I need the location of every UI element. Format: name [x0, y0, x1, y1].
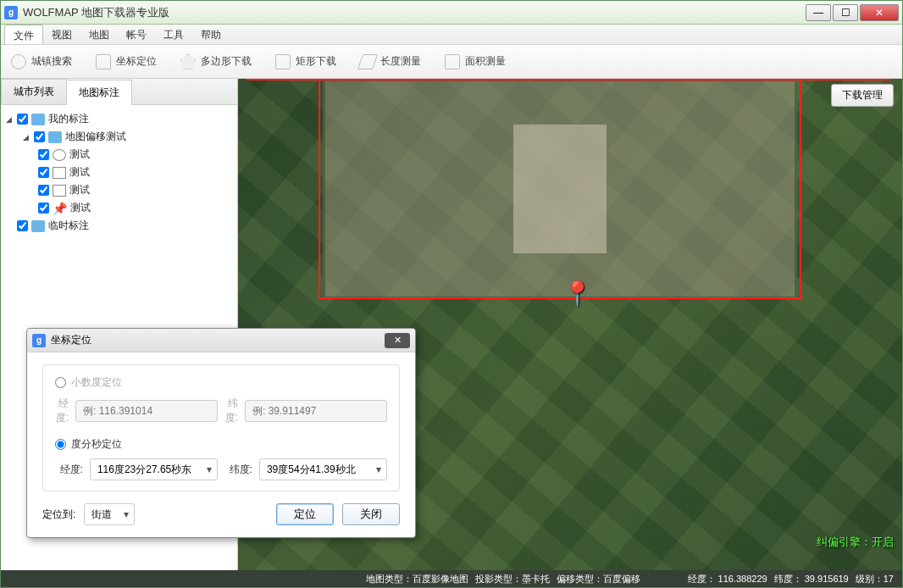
- radio-label: 度分秒定位: [71, 437, 122, 452]
- tool-label: 矩形下载: [296, 54, 336, 69]
- status-bar: 地图类型：百度影像地图 投影类型：墨卡托 偏移类型：百度偏移 经度： 116.3…: [1, 570, 902, 587]
- ruler-icon: [357, 54, 379, 69]
- menu-view[interactable]: 视图: [43, 25, 80, 44]
- caret-icon[interactable]: ◢: [4, 114, 14, 124]
- lat-label: 纬度:: [224, 463, 252, 477]
- radio-input[interactable]: [55, 439, 66, 450]
- tree-label: 临时标注: [48, 219, 89, 233]
- dialog-body: 小数度定位 经度: 纬度: 度分秒定位 经度: 116度23分27.65秒东 纬…: [27, 352, 415, 537]
- menu-account[interactable]: 帐号: [118, 25, 155, 44]
- tool-area-measure[interactable]: 面积测量: [440, 51, 511, 73]
- download-manager-button[interactable]: 下载管理: [831, 84, 894, 107]
- menu-bar: 文件 视图 地图 帐号 工具 帮助: [1, 25, 902, 45]
- maximize-button[interactable]: ☐: [833, 4, 858, 21]
- tool-length-measure[interactable]: 长度测量: [355, 51, 426, 73]
- dialog-group: 小数度定位 经度: 纬度: 度分秒定位 经度: 116度23分27.65秒东 纬…: [42, 364, 400, 491]
- app-window: g WOLFMAP 地图下载器专业版 — ☐ ✕ 文件 视图 地图 帐号 工具 …: [0, 0, 903, 588]
- sidebar-tabs: 城市列表 地图标注: [1, 79, 237, 105]
- dms-lng-combo[interactable]: 116度23分27.65秒东: [90, 458, 218, 480]
- combo-value: 39度54分41.39秒北: [267, 463, 356, 477]
- dialog-icon: g: [32, 334, 46, 347]
- dialog-title: 坐标定位: [51, 333, 385, 347]
- tree-checkbox[interactable]: [34, 131, 45, 142]
- area-icon: [445, 54, 460, 69]
- coord-locate-dialog: g 坐标定位 ✕ 小数度定位 经度: 纬度: 度分秒定位: [26, 328, 416, 538]
- tree-checkbox[interactable]: [38, 185, 49, 196]
- tree-checkbox[interactable]: [17, 114, 28, 125]
- radio-decimal[interactable]: 小数度定位: [55, 375, 387, 390]
- radio-input[interactable]: [55, 377, 66, 388]
- decimal-row: 经度: 纬度:: [55, 397, 387, 425]
- tree-label: 我的标注: [48, 112, 89, 126]
- status-level: 级别：17: [856, 573, 894, 585]
- app-icon: g: [4, 6, 18, 19]
- lng-label: 经度:: [55, 397, 69, 425]
- tab-map-annotation[interactable]: 地图标注: [66, 80, 132, 105]
- close-dialog-button[interactable]: 关闭: [342, 503, 400, 525]
- dialog-titlebar[interactable]: g 坐标定位 ✕: [27, 329, 415, 352]
- minimize-button[interactable]: —: [806, 4, 831, 21]
- dialog-close-button[interactable]: ✕: [385, 333, 410, 348]
- window-title: WOLFMAP 地图下载器专业版: [23, 5, 806, 20]
- locate-to-label: 定位到:: [42, 508, 75, 522]
- status-lat: 纬度： 39.915619: [774, 573, 849, 585]
- tab-city-list[interactable]: 城市列表: [1, 79, 67, 104]
- rectangle-shape-icon: [53, 167, 66, 179]
- lng-label: 经度:: [55, 463, 83, 477]
- tree-node-temp-annotations[interactable]: 临时标注: [4, 217, 234, 235]
- pushpin-icon: 📌: [53, 202, 67, 215]
- tree-node-offset-test[interactable]: ◢ 地图偏移测试: [4, 128, 234, 146]
- locate-to-combo[interactable]: 街道: [84, 503, 135, 525]
- caret-icon[interactable]: [4, 221, 14, 230]
- tree-checkbox[interactable]: [17, 220, 28, 231]
- tool-rect-download[interactable]: 矩形下载: [270, 51, 341, 73]
- polygon-shape-icon: [53, 149, 66, 161]
- caret-icon[interactable]: ◢: [21, 132, 30, 141]
- tool-polygon-download[interactable]: 多边形下载: [175, 51, 257, 73]
- tree-node-test[interactable]: 📌 测试: [4, 199, 234, 217]
- status-map-type: 地图类型：百度影像地图: [366, 573, 468, 585]
- menu-tools[interactable]: 工具: [155, 25, 192, 44]
- tree-label: 测试: [70, 201, 91, 215]
- menu-help[interactable]: 帮助: [192, 25, 230, 44]
- tree-label: 地图偏移测试: [65, 130, 126, 144]
- search-icon: [11, 54, 26, 69]
- combo-value: 街道: [91, 508, 112, 522]
- title-bar: g WOLFMAP 地图下载器专业版 — ☐ ✕: [1, 1, 902, 25]
- tool-label: 长度测量: [380, 54, 421, 69]
- decimal-lat-input: [245, 400, 387, 422]
- tree-checkbox[interactable]: [38, 149, 49, 160]
- locate-button[interactable]: 定位: [276, 503, 334, 525]
- dms-lat-combo[interactable]: 39度54分41.39秒北: [259, 458, 387, 480]
- rectangle-shape-icon: [53, 185, 66, 197]
- tool-label: 面积测量: [465, 54, 506, 69]
- tree-node-test[interactable]: 测试: [4, 146, 234, 164]
- polygon-icon: [180, 54, 196, 69]
- folder-icon: [48, 131, 62, 143]
- tree-label: 测试: [69, 165, 90, 180]
- tool-town-search[interactable]: 城镇搜索: [6, 51, 77, 73]
- tool-label: 多边形下载: [201, 54, 252, 69]
- tree-node-test[interactable]: 测试: [4, 164, 234, 181]
- tree-checkbox[interactable]: [38, 167, 49, 178]
- tool-bar: 城镇搜索 坐标定位 多边形下载 矩形下载 长度测量 面积测量: [1, 45, 902, 79]
- folder-icon: [31, 220, 45, 232]
- status-proj-type: 投影类型：墨卡托: [475, 573, 550, 585]
- radio-dms[interactable]: 度分秒定位: [55, 437, 387, 452]
- tree-label: 测试: [69, 147, 90, 162]
- tree-checkbox[interactable]: [38, 202, 49, 214]
- locate-icon: [96, 54, 111, 69]
- map-pin-icon[interactable]: 📍: [562, 280, 592, 308]
- tool-coord-locate[interactable]: 坐标定位: [91, 51, 162, 73]
- window-controls: — ☐ ✕: [806, 4, 899, 21]
- folder-icon: [31, 114, 45, 125]
- tree-node-my-annotations[interactable]: ◢ 我的标注: [4, 110, 234, 128]
- tree-label: 测试: [69, 183, 90, 197]
- close-button[interactable]: ✕: [860, 4, 899, 21]
- decimal-lng-input: [75, 400, 218, 422]
- tree-node-test[interactable]: 测试: [4, 181, 234, 199]
- menu-file[interactable]: 文件: [4, 25, 43, 44]
- status-offset-type: 偏移类型：百度偏移: [557, 573, 640, 585]
- combo-value: 116度23分27.65秒东: [97, 463, 191, 477]
- menu-map[interactable]: 地图: [80, 25, 118, 44]
